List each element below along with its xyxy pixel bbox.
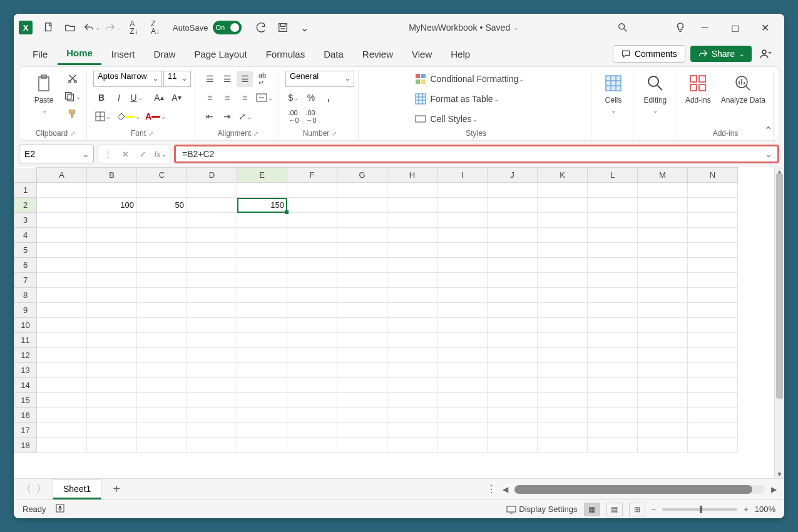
cell-G9[interactable]: [337, 303, 387, 318]
cell-M8[interactable]: [638, 288, 688, 303]
cell-M5[interactable]: [638, 243, 688, 258]
cell-G5[interactable]: [337, 243, 387, 258]
cell-M15[interactable]: [638, 393, 688, 408]
copy-icon[interactable]: ⌄: [62, 88, 83, 105]
zoom-slider[interactable]: [662, 508, 737, 511]
cell-C16[interactable]: [137, 408, 187, 423]
cell-J16[interactable]: [488, 408, 538, 423]
cell-I13[interactable]: [437, 363, 488, 378]
cell-A2[interactable]: [37, 198, 87, 213]
cell-B18[interactable]: [87, 438, 137, 453]
cell-H12[interactable]: [387, 348, 437, 363]
align-left-icon[interactable]: ≡: [202, 90, 218, 106]
row-header-13[interactable]: 13: [14, 363, 37, 378]
cell-J14[interactable]: [488, 378, 538, 393]
decrease-decimal-icon[interactable]: .00→0: [303, 108, 319, 125]
cell-B2[interactable]: 100: [87, 198, 137, 213]
formula-bar[interactable]: =B2+C2 ⌄: [174, 145, 779, 163]
cell-L2[interactable]: [588, 198, 638, 213]
cell-C3[interactable]: [137, 213, 187, 228]
view-normal-icon[interactable]: ▦: [584, 503, 600, 516]
maximize-button[interactable]: ◻: [720, 18, 749, 38]
column-header-N[interactable]: N: [688, 168, 738, 183]
increase-decimal-icon[interactable]: .00←0: [285, 108, 302, 125]
cell-M7[interactable]: [638, 273, 688, 288]
cell-C9[interactable]: [137, 303, 187, 318]
cell-L10[interactable]: [588, 318, 638, 333]
cell-H10[interactable]: [387, 318, 437, 333]
cell-N4[interactable]: [688, 228, 738, 243]
cell-J15[interactable]: [488, 393, 538, 408]
cell-G15[interactable]: [337, 393, 387, 408]
cell-F8[interactable]: [287, 288, 337, 303]
cell-J5[interactable]: [488, 243, 538, 258]
cell-L6[interactable]: [588, 258, 638, 273]
cell-H7[interactable]: [387, 273, 437, 288]
cell-N3[interactable]: [688, 213, 738, 228]
scroll-down-icon[interactable]: ▼: [775, 469, 784, 478]
row-header-12[interactable]: 12: [14, 348, 37, 363]
search-icon[interactable]: [614, 19, 632, 36]
cell-M2[interactable]: [638, 198, 688, 213]
cell-F3[interactable]: [287, 213, 337, 228]
wrap-text-icon[interactable]: ab↵: [254, 71, 270, 87]
row-header-7[interactable]: 7: [14, 273, 37, 288]
cell-D11[interactable]: [187, 333, 237, 348]
cell-M16[interactable]: [638, 408, 688, 423]
cell-A9[interactable]: [37, 303, 87, 318]
name-box[interactable]: E2: [19, 145, 94, 163]
cell-J10[interactable]: [488, 318, 538, 333]
cell-B3[interactable]: [87, 213, 137, 228]
cell-K4[interactable]: [538, 228, 588, 243]
cell-G12[interactable]: [337, 348, 387, 363]
row-header-14[interactable]: 14: [14, 378, 37, 393]
column-header-D[interactable]: D: [187, 168, 237, 183]
cell-L5[interactable]: [588, 243, 638, 258]
lightbulb-icon[interactable]: [672, 19, 689, 36]
cell-C6[interactable]: [137, 258, 187, 273]
tab-home[interactable]: Home: [58, 43, 101, 65]
cell-C15[interactable]: [137, 393, 187, 408]
merge-center-icon[interactable]: ⌄: [254, 90, 275, 106]
alignment-dialog-icon[interactable]: ⤢: [253, 130, 258, 137]
cell-N14[interactable]: [688, 378, 738, 393]
cell-G16[interactable]: [337, 408, 387, 423]
cell-E2[interactable]: 150: [237, 198, 287, 213]
hscrollbar-thumb[interactable]: [514, 485, 752, 494]
cell-F7[interactable]: [287, 273, 337, 288]
cell-K12[interactable]: [538, 348, 588, 363]
column-header-G[interactable]: G: [337, 168, 387, 183]
autosave-toggle[interactable]: On: [213, 21, 242, 34]
format-painter-icon[interactable]: [62, 106, 83, 122]
cell-D1[interactable]: [187, 183, 237, 198]
currency-icon[interactable]: $⌄: [285, 90, 302, 106]
cell-C5[interactable]: [137, 243, 187, 258]
cell-F13[interactable]: [287, 363, 337, 378]
column-header-I[interactable]: I: [437, 168, 488, 183]
cell-K16[interactable]: [538, 408, 588, 423]
tab-options-icon[interactable]: ⋮: [486, 483, 496, 495]
cell-H11[interactable]: [387, 333, 437, 348]
tab-insert[interactable]: Insert: [103, 44, 144, 64]
more-options-icon[interactable]: ⋮: [100, 146, 116, 161]
cell-I11[interactable]: [437, 333, 488, 348]
cell-C2[interactable]: 50: [137, 198, 187, 213]
cell-E5[interactable]: [237, 243, 287, 258]
cell-I2[interactable]: [437, 198, 488, 213]
cell-A10[interactable]: [37, 318, 87, 333]
cell-H18[interactable]: [387, 438, 437, 453]
cell-A17[interactable]: [37, 423, 87, 438]
cell-E10[interactable]: [237, 318, 287, 333]
cell-D14[interactable]: [187, 378, 237, 393]
cell-B10[interactable]: [87, 318, 137, 333]
zoom-in-icon[interactable]: +: [744, 504, 749, 514]
column-header-K[interactable]: K: [538, 168, 588, 183]
column-header-E[interactable]: E: [237, 168, 287, 183]
cell-C1[interactable]: [137, 183, 187, 198]
cell-B5[interactable]: [87, 243, 137, 258]
cell-H8[interactable]: [387, 288, 437, 303]
cell-A1[interactable]: [37, 183, 87, 198]
number-dialog-icon[interactable]: ⤢: [332, 130, 337, 137]
cell-E17[interactable]: [237, 423, 287, 438]
tab-data[interactable]: Data: [315, 44, 352, 64]
